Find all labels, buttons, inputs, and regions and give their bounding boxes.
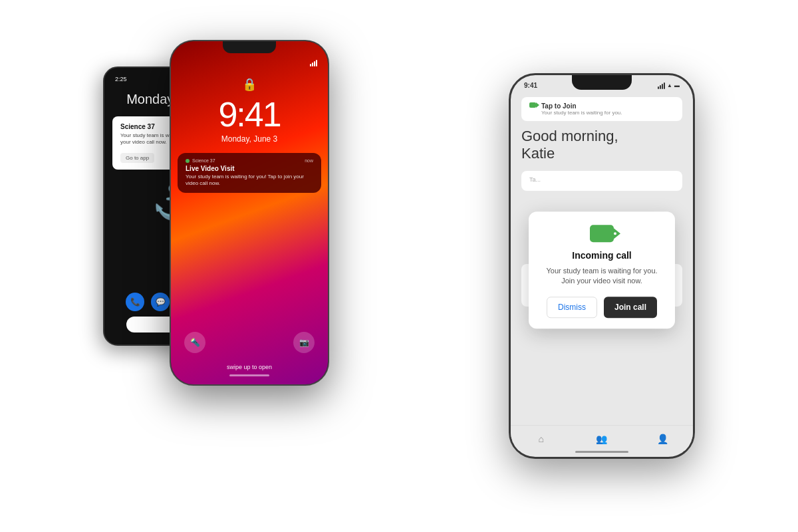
dismiss-button[interactable]: Dismiss [547, 297, 597, 319]
modal-video-camera-body [590, 225, 614, 242]
left-device-group: 2:25 ⊙ ✉ ⚙ Monday, Oct 14 Science 37 You… [103, 40, 382, 492]
home-indicator [229, 374, 269, 376]
wifi-icon: ▲ [667, 82, 672, 88]
modal-body: Your study team is waiting for you. Join… [539, 266, 664, 287]
lock-icon: 🔒 [242, 77, 257, 92]
modal-video-camera-dot [612, 231, 618, 236]
iphone-notification-banner[interactable]: Science 37 now Live Video Visit Your stu… [178, 153, 321, 193]
nav-home-icon[interactable]: ⌂ [533, 431, 549, 447]
messages-app-icon[interactable]: 💬 [151, 293, 170, 311]
iphone-lock-time: 9:41 [218, 94, 280, 134]
nav-profile-icon[interactable]: 👤 [654, 431, 670, 447]
iphone-app-device: 9:41 ▲ ▬ [509, 73, 695, 459]
app-content-area: Tap to Join Your study team is waiting f… [511, 92, 693, 425]
tap-to-join-subtitle: Your study team is waiting for you. [541, 110, 622, 116]
flashlight-icon[interactable]: 🔦 [184, 332, 205, 353]
nav-group-icon[interactable]: 👥 [594, 431, 610, 447]
home-indicator-app [575, 451, 628, 453]
modal-title: Incoming call [539, 250, 664, 261]
phone-app-icon[interactable]: 📞 [126, 293, 144, 311]
app-bottom-nav: ⌂ 👥 👤 [511, 425, 693, 451]
iphone-lock-status-bar [171, 57, 328, 69]
camera-icon[interactable]: 📷 [293, 332, 315, 353]
scene: 2:25 ⊙ ✉ ⚙ Monday, Oct 14 Science 37 You… [0, 0, 798, 532]
iphone-notif-title: Live Video Visit [186, 165, 313, 172]
tap-to-join-banner[interactable]: Tap to Join Your study team is waiting f… [521, 97, 682, 121]
battery-icon: ▬ [674, 82, 680, 88]
content-block-1: Ta... [521, 171, 682, 191]
swipe-up-label: swipe up to open [171, 364, 328, 370]
app-status-icons: ▲ ▬ [658, 82, 680, 89]
iphone-app-notch [572, 75, 632, 90]
go-to-app-button[interactable]: Go to app [120, 153, 154, 163]
iphone-lock-screen: 🔒 9:41 Monday, June 3 Science 37 now Liv… [170, 40, 329, 386]
iphone-notif-app-info: Science 37 [186, 158, 215, 163]
iphone-lock-date: Monday, June 3 [221, 134, 278, 144]
app-status-time: 9:41 [524, 82, 537, 89]
modal-actions: Dismiss Join call [539, 297, 664, 319]
tap-to-join-title: Tap to Join [541, 102, 622, 110]
content-label-1: Ta... [529, 176, 674, 183]
iphone-notif-app-name: Science 37 [192, 158, 215, 163]
iphone-bottom-actions: 🔦 📷 [171, 325, 328, 364]
greeting-line2: Katie [521, 145, 555, 162]
join-call-button[interactable]: Join call [604, 297, 657, 319]
greeting-line1: Good morning, [521, 128, 618, 144]
iphone-notif-time: now [305, 158, 313, 163]
iphone-notif-body: Your study team is waiting for you! Tap … [186, 174, 313, 188]
app-status-dot [186, 159, 190, 163]
incoming-call-modal: Incoming call Your study team is waiting… [529, 211, 675, 329]
greeting-text: Good morning, Katie [521, 128, 682, 163]
signal-icon [310, 60, 317, 66]
signal-bars-icon [658, 82, 665, 89]
iphone-notch [223, 41, 276, 53]
iphone-notif-header: Science 37 now [186, 158, 313, 163]
android-time: 2:25 [115, 76, 127, 82]
